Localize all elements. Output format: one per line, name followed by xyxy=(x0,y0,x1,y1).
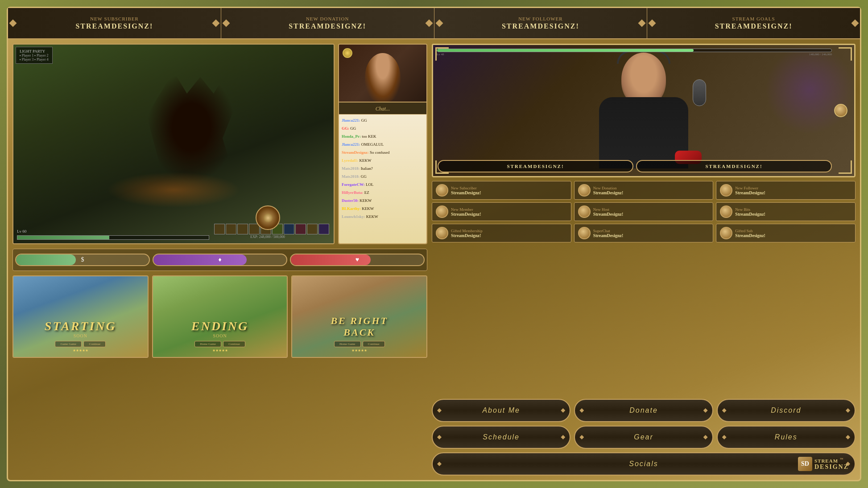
alert-type-5: New Host xyxy=(593,207,624,212)
diamond-left-icon-3 xyxy=(435,20,443,27)
alert-item-host: New Host StreamDesignz! xyxy=(574,202,714,221)
alert-username-7: StreamDesignz! xyxy=(451,233,483,238)
gear-button[interactable]: Gear xyxy=(574,426,713,449)
chat-username: GG: xyxy=(342,126,350,131)
alert-name-donation: STREAMDESIGNZ! xyxy=(289,22,366,30)
socials-button[interactable]: Socials xyxy=(432,452,856,476)
ground-effect xyxy=(107,172,240,208)
scene-starting-panel: STARTING SOON Game Game Continue ★★★★★ xyxy=(12,275,149,358)
discord-button[interactable]: Discord xyxy=(717,399,856,422)
alert-item-subscriber: New Subscriber StreamDesignz! xyxy=(432,181,571,200)
schedule-button[interactable]: Schedule xyxy=(432,426,570,449)
chat-message: Honda_Pr: too KEK xyxy=(342,133,424,139)
star-3: ★★★★★ xyxy=(351,349,367,353)
sd-logo: SD STREAM ™ DESIGNZ xyxy=(798,457,849,471)
alert-label-goals: Stream Goals xyxy=(732,16,775,21)
chat-panel: Chat... Jlanca221: GGGG: GGHonda_Pr: too… xyxy=(338,44,427,244)
chat-message: Lounwh1sky: KEKW xyxy=(342,213,424,220)
alert-name-follower: STREAMDESIGNZ! xyxy=(502,22,579,30)
exp-fill xyxy=(17,236,109,239)
chat-message: StreamDesignz: So confused xyxy=(342,149,424,156)
diamond-right-icon-4 xyxy=(851,20,859,27)
about-me-button[interactable]: About Me xyxy=(432,399,570,422)
chat-username: Duster50: xyxy=(342,198,360,203)
game-hud: LIGHT PARTY ▪ Player 1 ▪ Player 2 ▪ Play… xyxy=(16,47,53,64)
alert-item-member: New Member StreamDesignz! xyxy=(432,202,571,221)
chat-message: GG: GG xyxy=(342,125,424,131)
cam-name-bar-2: STREAMDESIGNZ! xyxy=(636,160,832,172)
chat-message: Jlanca221: GG xyxy=(342,117,424,123)
chat-text: too KEK xyxy=(362,134,376,139)
chat-username: Mats2018: xyxy=(342,166,361,171)
alert-type-8: SuperChat xyxy=(593,229,624,233)
cam-level-bar: Lv 48 148,000 / 246,000 xyxy=(437,49,832,56)
cam-name-bar-1: STREAMDESIGNZ! xyxy=(438,160,633,172)
scene-ending-buttons: Home Game Continue xyxy=(191,341,248,347)
alert-type-6: New Bits xyxy=(735,207,765,212)
person-container xyxy=(572,53,715,168)
diamond-left-icon-2 xyxy=(222,20,230,27)
chat-message: BLKarthy: KEKW xyxy=(342,205,424,212)
start-game-btn[interactable]: Game Game xyxy=(55,341,82,347)
stat-bars-row: $ ♦ ♥ xyxy=(12,249,427,271)
alert-info-6: New Bits StreamDesignz! xyxy=(735,207,765,217)
heart-fill xyxy=(153,254,247,265)
stream-label: STREAM xyxy=(814,458,838,463)
scene-brb-panel: BE RIGHT BACK Home Game Continue ★★★★★ xyxy=(291,275,427,358)
scene-ending-panel: ENDING SOON Home Game Continue ★★★★★ xyxy=(152,275,288,358)
donate-button[interactable]: Donate xyxy=(574,399,713,422)
alerts-grid: New Subscriber StreamDesignz! New Donati… xyxy=(432,181,856,242)
cam-exp-label: 148,000 / 246,000 xyxy=(809,53,832,56)
compass xyxy=(256,205,280,230)
chat-label: Chat... xyxy=(376,106,390,112)
rules-button[interactable]: Rules xyxy=(717,426,856,449)
person-shape-small xyxy=(365,53,401,102)
alert-info-1: New Subscriber StreamDesignz! xyxy=(451,186,481,195)
main-cam: Lv 48 148,000 / 246,000 STREAMDESIGNZ! S… xyxy=(432,44,856,177)
diamond-right-icon xyxy=(212,20,219,27)
scene-starting-bg: STARTING SOON Game Game Continue ★★★★★ xyxy=(13,276,148,357)
alert-item-donation: New Donation StreamDesignz! xyxy=(574,181,714,200)
scene-brb-title: BE RIGHT xyxy=(331,315,388,327)
end-game-btn[interactable]: Home Game xyxy=(194,341,221,347)
gear-label: Gear xyxy=(634,433,653,441)
start-continue-btn[interactable]: Continue xyxy=(83,341,106,347)
chat-message: Duster50: KEKW xyxy=(342,197,424,204)
alert-section-donation: New Donation STREAMDESIGNZ! xyxy=(221,8,434,38)
chat-text: GG xyxy=(350,126,356,131)
game-screen-inner: LIGHT PARTY ▪ Player 1 ▪ Player 2 ▪ Play… xyxy=(13,45,334,243)
scene-ending-stars: ★★★★★ xyxy=(191,349,248,353)
alert-info-3: New Follower StreamDesignz! xyxy=(735,186,765,195)
chat-username: Jlanca221: xyxy=(342,118,361,123)
alert-username-1: StreamDesignz! xyxy=(451,190,481,195)
alert-knob-2 xyxy=(578,184,591,197)
chat-message: HillyerButa: EZ xyxy=(342,189,424,196)
cmd-row-2: Schedule Gear Rules xyxy=(432,426,856,449)
exp-bar xyxy=(17,235,209,240)
alert-username-2: StreamDesignz! xyxy=(593,190,624,195)
brb-continue-btn[interactable]: Continue xyxy=(363,341,385,347)
end-continue-btn[interactable]: Continue xyxy=(223,341,245,347)
alert-username-3: StreamDesignz! xyxy=(735,190,765,195)
alert-knob-5 xyxy=(578,205,591,218)
alert-info-4: New Member StreamDesignz! xyxy=(451,207,481,217)
chat-message: Lyredal1: KEKW xyxy=(342,157,424,164)
alert-name-subscriber: STREAMDESIGNZ! xyxy=(75,22,153,30)
sd-icon-text: SD xyxy=(801,460,809,467)
second-heart-bar: ♥ xyxy=(290,254,425,266)
star-2: ★★★★★ xyxy=(212,349,228,353)
alert-type-9: Gifted Sub xyxy=(735,229,765,233)
alert-bar: New Subscriber STREAMDESIGNZ! New Donati… xyxy=(8,8,860,39)
alert-label-subscriber: New Subscriber xyxy=(90,16,139,21)
alert-section-follower: New Follower STREAMDESIGNZ! xyxy=(434,8,648,38)
cam-level-fill xyxy=(437,49,694,52)
cam-name-text-2: STREAMDESIGNZ! xyxy=(705,164,762,169)
brb-game-btn[interactable]: Home Game xyxy=(334,341,361,347)
alert-knob-9 xyxy=(720,227,732,239)
chat-text: Italian? xyxy=(361,166,373,171)
heart-bar: ♦ xyxy=(153,254,287,266)
alert-item-superchat: SuperChat StreamDesignz! xyxy=(574,224,714,242)
dollar-bar: $ xyxy=(15,254,150,266)
sd-designz-text: DESIGNZ xyxy=(814,463,849,471)
chat-text: KEKW xyxy=(366,214,378,219)
